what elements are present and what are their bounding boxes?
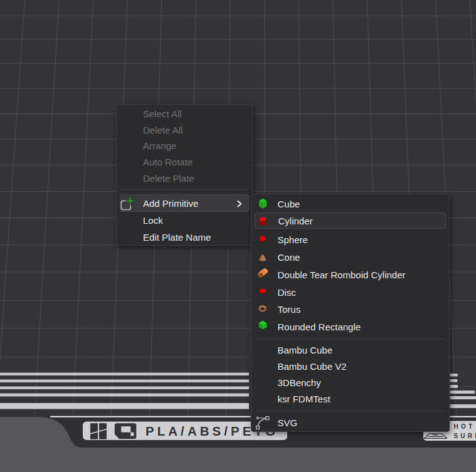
svg-text:SURFACE: SURFACE [454, 433, 476, 439]
svg-text:HOT: HOT [454, 423, 475, 430]
